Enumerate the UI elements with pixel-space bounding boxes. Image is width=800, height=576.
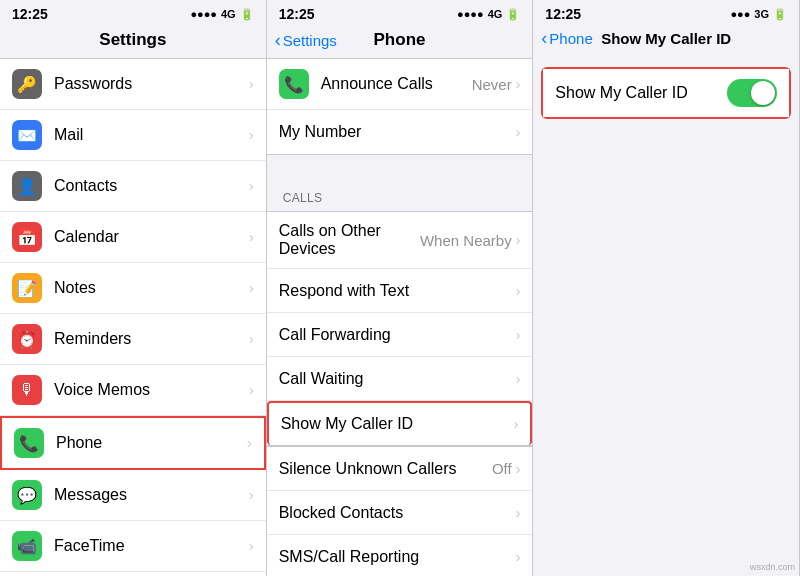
announce-icon: 📞 — [279, 69, 309, 99]
settings-item-facetime[interactable]: 📹FaceTime› — [0, 521, 266, 572]
list-group-main: 🔑Passwords›✉️Mail›👤Contacts›📅Calendar›📝N… — [0, 58, 266, 576]
respond-text-label: Respond with Text — [279, 282, 516, 300]
show-caller-label: Show My Caller ID — [281, 415, 514, 433]
show-caller-chevron: › — [514, 416, 519, 432]
messages-chevron: › — [249, 487, 254, 503]
voice-chevron: › — [249, 382, 254, 398]
notes-label: Notes — [54, 279, 249, 297]
settings-item-voice[interactable]: 🎙Voice Memos› — [0, 365, 266, 416]
phone-item-calls-other[interactable]: Calls on Other DevicesWhen Nearby› — [267, 212, 533, 269]
nav-bar-3: ‹ Phone Show My Caller ID — [533, 26, 799, 55]
announce-label: Announce Calls — [321, 75, 472, 93]
status-icons-1: ●●●● 4G 🔋 — [190, 8, 253, 21]
phone-item-respond-text[interactable]: Respond with Text› — [267, 269, 533, 313]
mail-icon: ✉️ — [12, 120, 42, 150]
settings-item-contacts[interactable]: 👤Contacts› — [0, 161, 266, 212]
network-icon-1: 4G — [221, 8, 236, 20]
back-label-2: Settings — [283, 32, 337, 49]
settings-item-messages[interactable]: 💬Messages› — [0, 470, 266, 521]
calls-other-chevron: › — [516, 232, 521, 248]
reminders-label: Reminders — [54, 330, 249, 348]
settings-item-mail[interactable]: ✉️Mail› — [0, 110, 266, 161]
phone-item-mynumber[interactable]: My Number› — [267, 110, 533, 154]
contacts-label: Contacts — [54, 177, 249, 195]
signal-icon-1: ●●●● — [190, 8, 217, 20]
calendar-icon: 📅 — [12, 222, 42, 252]
nav-title-3: Show My Caller ID — [601, 30, 731, 47]
panel-settings: 12:25 ●●●● 4G 🔋 Settings 🔑Passwords›✉️Ma… — [0, 0, 267, 576]
passwords-label: Passwords — [54, 75, 249, 93]
caller-id-toggle[interactable] — [727, 79, 777, 107]
passwords-icon: 🔑 — [12, 69, 42, 99]
settings-item-reminders[interactable]: ⏰Reminders› — [0, 314, 266, 365]
announce-value: Never — [472, 76, 512, 93]
phone-label: Phone — [56, 434, 247, 452]
calls-other-label: Calls on Other Devices — [279, 222, 420, 258]
settings-item-phone[interactable]: 📞Phone› — [0, 416, 266, 470]
back-button-3[interactable]: ‹ Phone — [541, 28, 592, 49]
messages-icon: 💬 — [12, 480, 42, 510]
nav-title-1: Settings — [99, 30, 166, 50]
back-button-2[interactable]: ‹ Settings — [275, 30, 337, 51]
phone-item-announce[interactable]: 📞Announce CallsNever› — [267, 59, 533, 110]
battery-icon-2: 🔋 — [506, 8, 520, 21]
nav-bar-1: Settings — [0, 26, 266, 58]
settings-item-calendar[interactable]: 📅Calendar› — [0, 212, 266, 263]
phone-icon: 📞 — [14, 428, 44, 458]
status-bar-2: 12:25 ●●●● 4G 🔋 — [267, 0, 533, 26]
nav-title-2: Phone — [374, 30, 426, 50]
notes-chevron: › — [249, 280, 254, 296]
status-bar-1: 12:25 ●●●● 4G 🔋 — [0, 0, 266, 26]
watermark: wsxdn.com — [750, 562, 795, 572]
calendar-chevron: › — [249, 229, 254, 245]
phone-settings-list[interactable]: 📞Announce CallsNever›My Number›CALLSCall… — [267, 58, 533, 576]
settings-list-1[interactable]: 🔑Passwords›✉️Mail›👤Contacts›📅Calendar›📝N… — [0, 58, 266, 576]
settings-item-notes[interactable]: 📝Notes› — [0, 263, 266, 314]
panel-phone: 12:25 ●●●● 4G 🔋 ‹ Settings Phone 📞Announ… — [267, 0, 534, 576]
phone-group-2: Silence Unknown CallersOff›Blocked Conta… — [267, 446, 533, 576]
facetime-chevron: › — [249, 538, 254, 554]
signal-icon-2: ●●●● — [457, 8, 484, 20]
passwords-chevron: › — [249, 76, 254, 92]
call-forward-chevron: › — [516, 327, 521, 343]
mail-chevron: › — [249, 127, 254, 143]
time-2: 12:25 — [279, 6, 315, 22]
caller-id-content: Show My Caller ID — [533, 55, 799, 576]
phone-item-call-forward[interactable]: Call Forwarding› — [267, 313, 533, 357]
voice-label: Voice Memos — [54, 381, 249, 399]
phone-item-silence[interactable]: Silence Unknown CallersOff› — [267, 447, 533, 491]
silence-label: Silence Unknown Callers — [279, 460, 492, 478]
sms-chevron: › — [516, 549, 521, 565]
settings-item-safari[interactable]: 🧭Safari› — [0, 572, 266, 576]
status-icons-2: ●●●● 4G 🔋 — [457, 8, 520, 21]
phone-item-blocked[interactable]: Blocked Contacts› — [267, 491, 533, 535]
blocked-label: Blocked Contacts — [279, 504, 516, 522]
battery-icon-3: 🔋 — [773, 8, 787, 21]
mail-label: Mail — [54, 126, 249, 144]
phone-group-0: 📞Announce CallsNever›My Number› — [267, 58, 533, 155]
network-icon-3: 3G — [754, 8, 769, 20]
reminders-icon: ⏰ — [12, 324, 42, 354]
blocked-chevron: › — [516, 505, 521, 521]
facetime-label: FaceTime — [54, 537, 249, 555]
status-icons-3: ●●● 3G 🔋 — [730, 8, 787, 21]
panel-caller-id: 12:25 ●●● 3G 🔋 ‹ Phone Show My Caller ID… — [533, 0, 800, 576]
phone-item-sms[interactable]: SMS/Call Reporting› — [267, 535, 533, 576]
mynumber-label: My Number — [279, 123, 516, 141]
back-chevron-3: ‹ — [541, 28, 547, 49]
voice-icon: 🎙 — [12, 375, 42, 405]
calls-other-value: When Nearby — [420, 232, 512, 249]
network-icon-2: 4G — [488, 8, 503, 20]
call-waiting-label: Call Waiting — [279, 370, 516, 388]
caller-id-box: Show My Caller ID — [541, 67, 791, 119]
phone-item-show-caller[interactable]: Show My Caller ID› — [267, 401, 533, 445]
signal-icon-3: ●●● — [730, 8, 750, 20]
contacts-chevron: › — [249, 178, 254, 194]
announce-chevron: › — [516, 76, 521, 92]
battery-icon-1: 🔋 — [240, 8, 254, 21]
call-forward-label: Call Forwarding — [279, 326, 516, 344]
settings-item-passwords[interactable]: 🔑Passwords› — [0, 59, 266, 110]
notes-icon: 📝 — [12, 273, 42, 303]
phone-item-call-waiting[interactable]: Call Waiting› — [267, 357, 533, 401]
caller-id-item[interactable]: Show My Caller ID — [543, 69, 789, 117]
